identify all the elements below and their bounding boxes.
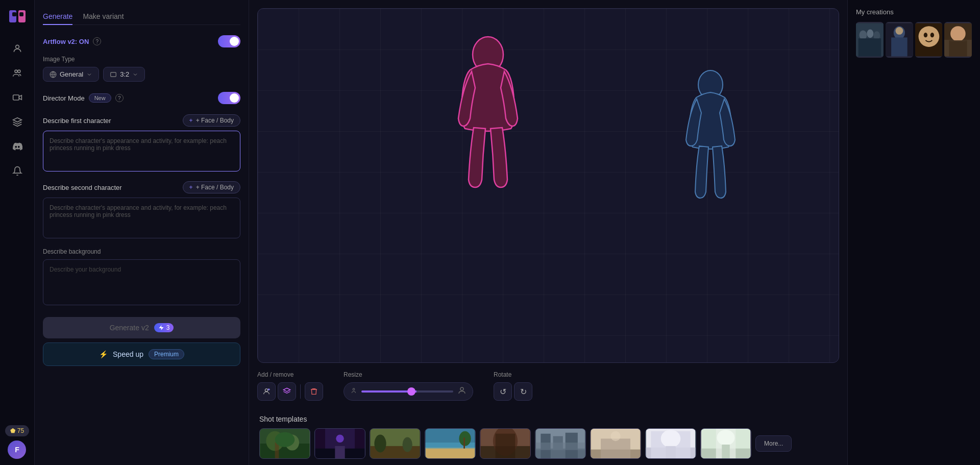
artflow-help-icon[interactable]: ?: [93, 37, 101, 45]
coin-count[interactable]: ⬟ 75: [5, 425, 29, 436]
sidebar-icon-layers[interactable]: [7, 111, 28, 133]
svg-rect-46: [536, 443, 585, 450]
tab-make-variant[interactable]: Make variant: [83, 8, 124, 25]
speedup-label: Speed up: [113, 350, 143, 358]
background-textarea[interactable]: [43, 259, 240, 305]
character-secondary[interactable]: [670, 62, 751, 205]
svg-point-64: [859, 30, 867, 40]
right-panel: My creations: [847, 0, 980, 465]
first-character-section: Describe first character + + Face / Body: [43, 114, 240, 173]
add-remove-label: Add / remove: [257, 371, 323, 378]
tab-bar: Generate Make variant: [43, 8, 240, 25]
general-dropdown[interactable]: General: [43, 67, 99, 82]
add-remove-tools: [257, 382, 323, 401]
shot-thumb-1[interactable]: [259, 428, 310, 459]
svg-rect-9: [111, 72, 116, 76]
svg-point-75: [930, 33, 934, 37]
rotate-left-btn[interactable]: ↺: [494, 382, 512, 401]
svg-point-74: [923, 33, 927, 37]
creation-thumb-4[interactable]: [944, 22, 972, 58]
more-templates-btn[interactable]: More...: [755, 435, 792, 452]
svg-rect-70: [891, 37, 908, 56]
tab-generate[interactable]: Generate: [43, 8, 72, 25]
sidebar-icon-user[interactable]: [7, 38, 28, 59]
generate-label: Generate v2: [110, 324, 149, 332]
artflow-label: Artflow v2: ON: [43, 38, 89, 45]
first-character-header: Describe first character + + Face / Body: [43, 114, 240, 127]
svg-rect-2: [12, 12, 16, 16]
resize-label: Resize: [344, 371, 473, 378]
rotate-group: Rotate ↺ ↻: [494, 371, 532, 401]
svg-rect-79: [949, 40, 967, 57]
director-mode-label: Director Mode: [43, 94, 85, 102]
shot-thumb-2[interactable]: [314, 428, 365, 459]
sidebar-icon-group[interactable]: [7, 62, 28, 84]
character-primary[interactable]: [432, 27, 544, 190]
image-type-row: General 3:2: [43, 67, 240, 82]
layers-btn[interactable]: [278, 382, 296, 401]
premium-badge: Premium: [149, 349, 184, 359]
new-badge: New: [89, 93, 111, 103]
svg-point-51: [610, 431, 620, 441]
shot-templates: Shot templates: [249, 409, 847, 465]
add-character-btn[interactable]: [257, 382, 276, 401]
svg-point-12: [265, 389, 267, 391]
second-character-textarea[interactable]: [43, 198, 240, 238]
creation-thumb-1[interactable]: [856, 22, 884, 58]
director-mode-toggle[interactable]: [218, 92, 240, 104]
second-character-header: Describe second character + + Face / Bod…: [43, 181, 240, 193]
svg-point-73: [918, 26, 939, 47]
first-character-textarea[interactable]: [43, 131, 240, 172]
generate-button[interactable]: Generate v2 3: [43, 317, 240, 338]
creation-thumb-2[interactable]: [886, 22, 913, 58]
svg-rect-35: [463, 437, 465, 448]
sidebar-icon-video[interactable]: [7, 87, 28, 108]
shot-thumb-8[interactable]: [645, 428, 696, 459]
rotate-right-btn[interactable]: ↻: [514, 382, 532, 401]
svg-rect-50: [601, 438, 630, 458]
shot-thumb-6[interactable]: [535, 428, 586, 459]
user-avatar[interactable]: F: [8, 440, 26, 459]
svg-point-13: [353, 388, 355, 390]
shot-thumb-5[interactable]: [480, 428, 531, 459]
delete-btn[interactable]: [305, 382, 323, 401]
svg-rect-56: [666, 446, 675, 458]
svg-point-60: [717, 430, 735, 446]
creation-thumb-3[interactable]: [915, 22, 943, 58]
person-small-icon: [350, 387, 357, 396]
first-character-face-body-btn[interactable]: + + Face / Body: [183, 114, 240, 127]
primary-character-svg: [432, 27, 544, 190]
control-panel: Generate Make variant Artflow v2: ON ? I…: [35, 0, 249, 465]
svg-point-4: [15, 45, 19, 48]
shot-thumb-7[interactable]: [590, 428, 641, 459]
svg-point-78: [950, 26, 966, 41]
rotate-label: Rotate: [494, 371, 532, 378]
app-logo[interactable]: [7, 6, 28, 27]
shot-thumb-4[interactable]: [425, 428, 476, 459]
director-help-icon[interactable]: ?: [115, 94, 124, 102]
svg-point-71: [895, 27, 903, 35]
shot-templates-title: Shot templates: [259, 415, 307, 423]
svg-point-24: [336, 435, 344, 443]
ratio-dropdown[interactable]: 3:2: [103, 67, 145, 82]
sidebar-icon-bell[interactable]: [7, 160, 28, 182]
second-character-section: Describe second character + + Face / Bod…: [43, 181, 240, 240]
svg-point-6: [17, 70, 20, 72]
resize-group: Resize: [344, 371, 473, 401]
svg-point-65: [867, 30, 873, 38]
first-character-title: Describe first character: [43, 117, 111, 125]
speedup-icon: ⚡: [99, 350, 108, 358]
resize-slider[interactable]: [361, 390, 453, 393]
second-character-title: Describe second character: [43, 184, 122, 191]
second-character-face-body-btn[interactable]: + + Face / Body: [183, 181, 240, 193]
speedup-button[interactable]: ⚡ Speed up Premium: [43, 342, 240, 366]
my-creations-title: My creations: [856, 8, 972, 16]
artflow-toggle[interactable]: [218, 35, 240, 47]
shot-thumb-9[interactable]: [700, 428, 751, 459]
svg-point-14: [460, 387, 463, 390]
general-label: General: [60, 70, 83, 78]
sidebar-icon-discord[interactable]: [7, 136, 28, 157]
svg-point-5: [15, 70, 17, 72]
shot-thumb-3[interactable]: [370, 428, 421, 459]
svg-rect-7: [13, 95, 19, 100]
